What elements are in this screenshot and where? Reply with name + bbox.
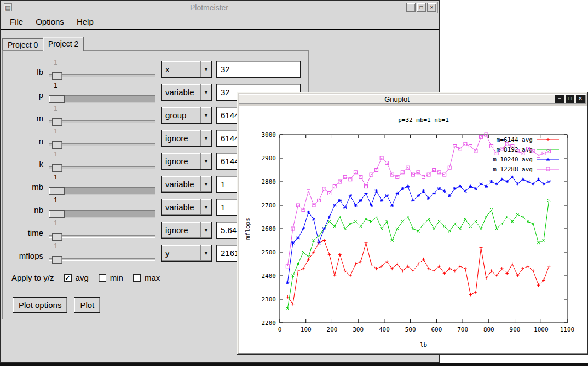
apply-label: Apply to y/z: [11, 273, 54, 282]
checkbox-max[interactable]: [133, 274, 141, 282]
gnuplot-titlebar[interactable]: Gnuplot – □ ✕: [239, 94, 586, 104]
slider-mb[interactable]: [49, 187, 155, 195]
maximize-icon[interactable]: □: [566, 95, 574, 103]
gnuplot-canvas: 0100200300400500600700800900100011002200…: [239, 106, 587, 353]
slider-value-m: 1: [54, 104, 57, 112]
mode-dropdown-value: ignore: [162, 225, 200, 235]
chevron-down-icon: ▼: [200, 153, 211, 169]
gnuplot-chart: 0100200300400500600700800900100011002200…: [239, 106, 587, 353]
menu-file[interactable]: File: [8, 16, 25, 27]
svg-text:2200: 2200: [262, 319, 276, 327]
svg-text:600: 600: [431, 326, 442, 333]
chevron-down-icon: ▼: [200, 245, 211, 261]
gnuplot-titlebar-buttons: – □ ✕: [555, 95, 585, 103]
svg-text:m=12288 avg: m=12288 avg: [493, 166, 533, 173]
slider-trough[interactable]: [65, 187, 155, 195]
svg-text:lb: lb: [420, 341, 427, 348]
param-label-nb: nb: [5, 205, 43, 214]
action-buttons: Plot options Plot: [13, 297, 100, 313]
param-label-n: n: [5, 136, 43, 146]
minimize-icon[interactable]: –: [406, 3, 416, 12]
slider-time[interactable]: [49, 233, 155, 241]
slider-trough[interactable]: [65, 210, 155, 218]
slider-n[interactable]: [49, 141, 155, 149]
param-label-m: m: [5, 113, 43, 123]
slider-value-mb: 1: [54, 173, 57, 181]
svg-text:1100: 1100: [560, 326, 575, 333]
checkbox-avg[interactable]: ✓: [64, 274, 72, 282]
slider-value-n: 1: [54, 127, 57, 135]
checkbox-min[interactable]: [99, 274, 106, 282]
plot-button[interactable]: Plot: [74, 297, 100, 313]
desktop-bottom-strip: [0, 363, 588, 366]
minimize-icon[interactable]: –: [555, 95, 564, 103]
slider-thumb[interactable]: [52, 72, 62, 80]
close-icon[interactable]: ×: [427, 3, 436, 12]
svg-text:0: 0: [278, 326, 282, 333]
mode-dropdown-p[interactable]: variable▼: [161, 84, 212, 101]
apply-option-avg: ✓ avg: [64, 273, 89, 282]
mode-dropdown-nb[interactable]: variable▼: [161, 199, 212, 216]
slider-thumb[interactable]: [49, 95, 65, 103]
slider-thumb[interactable]: [52, 118, 62, 126]
mode-dropdown-value: ignore: [162, 156, 200, 166]
svg-text:1000: 1000: [534, 326, 549, 333]
menu-help[interactable]: Help: [74, 16, 96, 27]
close-icon[interactable]: ✕: [576, 95, 585, 103]
mode-dropdown-lb[interactable]: x▼: [161, 61, 212, 78]
maximize-icon[interactable]: □: [417, 3, 426, 12]
slider-thumb[interactable]: [52, 141, 62, 149]
chevron-down-icon: ▼: [200, 107, 211, 123]
app-icon[interactable]: ▤: [4, 3, 12, 11]
mode-dropdown-n[interactable]: ignore▼: [161, 130, 212, 147]
menu-options[interactable]: Options: [33, 16, 66, 27]
chevron-down-icon: ▼: [200, 176, 211, 192]
param-label-k: k: [5, 159, 43, 169]
svg-text:100: 100: [301, 326, 312, 333]
mode-dropdown-m[interactable]: group▼: [161, 107, 212, 124]
slider-mflops[interactable]: [49, 256, 155, 264]
apply-row: Apply to y/z ✓ avg min max: [11, 273, 160, 282]
plot-options-button[interactable]: Plot options: [13, 297, 67, 313]
apply-option-min: min: [99, 273, 123, 282]
slider-thumb[interactable]: [52, 233, 62, 241]
mode-dropdown-mflops[interactable]: y▼: [161, 245, 212, 262]
slider-value-k: 1: [54, 150, 57, 158]
svg-text:800: 800: [483, 326, 494, 333]
mode-dropdown-value: y: [162, 248, 200, 258]
gnuplot-window-title: Gnuplot: [239, 95, 555, 103]
chevron-down-icon: ▼: [200, 130, 211, 146]
plotmeister-titlebar[interactable]: ▤ Plotmeister – □ ×: [2, 2, 438, 13]
slider-thumb[interactable]: [52, 164, 62, 172]
svg-text:2400: 2400: [262, 272, 276, 280]
mode-dropdown-time[interactable]: ignore▼: [161, 222, 212, 239]
value-field-lb[interactable]: [216, 61, 301, 78]
form-row-lb: lb1x▼: [5, 60, 307, 83]
slider-thumb[interactable]: [49, 210, 65, 218]
mode-dropdown-mb[interactable]: variable▼: [161, 176, 212, 193]
slider-thumb[interactable]: [52, 256, 62, 264]
checkbox-min-label: min: [110, 273, 123, 282]
slider-lb[interactable]: [49, 72, 155, 80]
svg-text:200: 200: [327, 326, 338, 333]
svg-text:2800: 2800: [262, 178, 276, 185]
mode-dropdown-value: variable: [162, 202, 200, 212]
slider-m[interactable]: [49, 118, 155, 126]
slider-k[interactable]: [49, 164, 155, 172]
tab-project-2[interactable]: Project 2: [43, 37, 84, 51]
titlebar-buttons: – □ ×: [406, 3, 436, 12]
svg-text:500: 500: [405, 326, 416, 333]
mode-dropdown-value: ignore: [162, 133, 200, 143]
slider-nb[interactable]: [49, 210, 155, 218]
param-label-mflops: mflops: [5, 251, 43, 260]
slider-p[interactable]: [49, 95, 155, 103]
slider-value-time: 1: [54, 219, 57, 227]
slider-trough[interactable]: [65, 95, 155, 103]
slider-thumb[interactable]: [49, 187, 65, 195]
mode-dropdown-k[interactable]: ignore▼: [161, 153, 212, 170]
apply-option-max: max: [133, 273, 160, 282]
chevron-down-icon: ▼: [200, 61, 211, 77]
slider-value-p: 1: [54, 81, 57, 89]
window-title: Plotmeister: [12, 3, 406, 12]
tab-project-0[interactable]: Project 0: [2, 38, 43, 51]
